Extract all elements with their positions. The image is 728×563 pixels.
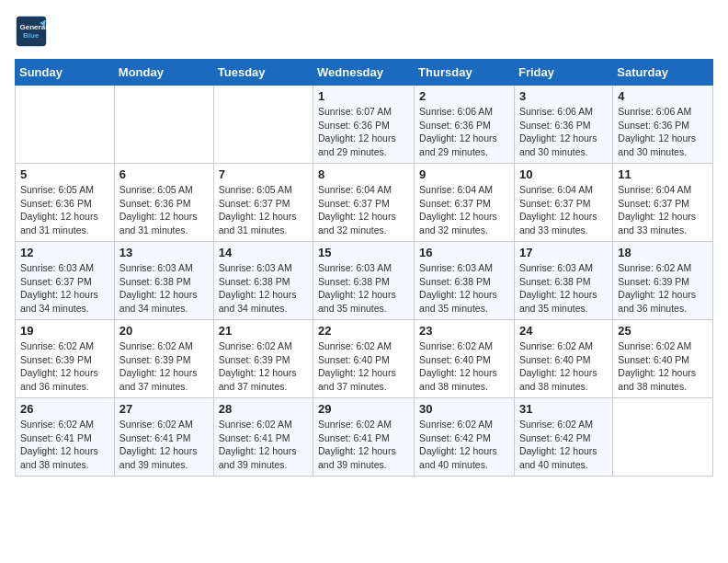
day-detail: Sunrise: 6:02 AM Sunset: 6:39 PM Dayligh… [219, 339, 308, 394]
day-number: 29 [318, 402, 409, 416]
day-detail: Sunrise: 6:02 AM Sunset: 6:39 PM Dayligh… [618, 261, 708, 316]
day-detail: Sunrise: 6:05 AM Sunset: 6:36 PM Dayligh… [119, 183, 209, 237]
day-detail: Sunrise: 6:07 AM Sunset: 6:36 PM Dayligh… [318, 105, 409, 159]
weekday-header: Monday [114, 60, 213, 86]
calendar-day-cell: 3Sunrise: 6:06 AM Sunset: 6:36 PM Daylig… [514, 86, 612, 164]
day-number: 16 [419, 246, 509, 259]
day-detail: Sunrise: 6:04 AM Sunset: 6:37 PM Dayligh… [318, 183, 409, 237]
logo-icon: General Blue [15, 15, 48, 48]
day-detail: Sunrise: 6:03 AM Sunset: 6:38 PM Dayligh… [519, 261, 608, 316]
calendar-day-cell [114, 86, 213, 164]
day-number: 8 [318, 167, 409, 181]
calendar-day-cell: 7Sunrise: 6:05 AM Sunset: 6:37 PM Daylig… [213, 164, 313, 242]
calendar-week-row: 19Sunrise: 6:02 AM Sunset: 6:39 PM Dayli… [16, 320, 713, 398]
weekday-header: Saturday [613, 60, 713, 86]
day-detail: Sunrise: 6:06 AM Sunset: 6:36 PM Dayligh… [419, 105, 509, 159]
day-number: 1 [318, 89, 409, 103]
day-number: 22 [318, 324, 409, 338]
day-number: 7 [219, 167, 308, 181]
calendar-day-cell: 22Sunrise: 6:02 AM Sunset: 6:40 PM Dayli… [313, 320, 415, 398]
day-detail: Sunrise: 6:06 AM Sunset: 6:36 PM Dayligh… [618, 105, 708, 159]
day-number: 6 [119, 167, 209, 181]
day-number: 27 [119, 402, 209, 416]
day-detail: Sunrise: 6:03 AM Sunset: 6:38 PM Dayligh… [318, 261, 409, 316]
calendar-day-cell: 14Sunrise: 6:03 AM Sunset: 6:38 PM Dayli… [213, 242, 313, 320]
day-number: 25 [618, 324, 708, 338]
calendar-day-cell: 12Sunrise: 6:03 AM Sunset: 6:37 PM Dayli… [16, 242, 115, 320]
calendar-week-row: 26Sunrise: 6:02 AM Sunset: 6:41 PM Dayli… [16, 398, 713, 477]
day-number: 9 [419, 167, 509, 181]
calendar-day-cell: 27Sunrise: 6:02 AM Sunset: 6:41 PM Dayli… [114, 398, 213, 477]
day-number: 4 [618, 89, 708, 103]
calendar-day-cell [213, 86, 313, 164]
day-detail: Sunrise: 6:02 AM Sunset: 6:39 PM Dayligh… [119, 339, 209, 394]
calendar-day-cell: 1Sunrise: 6:07 AM Sunset: 6:36 PM Daylig… [313, 86, 415, 164]
calendar-day-cell [613, 398, 713, 477]
weekday-header: Tuesday [213, 60, 313, 86]
day-detail: Sunrise: 6:02 AM Sunset: 6:39 PM Dayligh… [20, 339, 109, 394]
calendar-week-row: 5Sunrise: 6:05 AM Sunset: 6:36 PM Daylig… [16, 164, 713, 242]
calendar-week-row: 12Sunrise: 6:03 AM Sunset: 6:37 PM Dayli… [16, 242, 713, 320]
day-number: 17 [519, 246, 608, 259]
day-number: 12 [20, 246, 109, 259]
page-header: General Blue [15, 15, 713, 48]
calendar-day-cell: 4Sunrise: 6:06 AM Sunset: 6:36 PM Daylig… [613, 86, 713, 164]
day-number: 24 [519, 324, 608, 338]
calendar-table: SundayMondayTuesdayWednesdayThursdayFrid… [15, 59, 713, 477]
calendar-day-cell: 25Sunrise: 6:02 AM Sunset: 6:40 PM Dayli… [613, 320, 713, 398]
calendar-day-cell: 16Sunrise: 6:03 AM Sunset: 6:38 PM Dayli… [415, 242, 515, 320]
day-detail: Sunrise: 6:03 AM Sunset: 6:38 PM Dayligh… [419, 261, 509, 316]
day-number: 3 [519, 89, 608, 103]
day-number: 21 [219, 324, 308, 338]
day-detail: Sunrise: 6:04 AM Sunset: 6:37 PM Dayligh… [618, 183, 708, 237]
calendar-day-cell: 30Sunrise: 6:02 AM Sunset: 6:42 PM Dayli… [415, 398, 515, 477]
day-detail: Sunrise: 6:05 AM Sunset: 6:37 PM Dayligh… [219, 183, 308, 237]
calendar-day-cell: 20Sunrise: 6:02 AM Sunset: 6:39 PM Dayli… [114, 320, 213, 398]
calendar-day-cell: 29Sunrise: 6:02 AM Sunset: 6:41 PM Dayli… [313, 398, 415, 477]
day-number: 18 [618, 246, 708, 259]
day-number: 15 [318, 246, 409, 259]
day-detail: Sunrise: 6:04 AM Sunset: 6:37 PM Dayligh… [519, 183, 608, 237]
day-number: 20 [119, 324, 209, 338]
calendar-day-cell: 8Sunrise: 6:04 AM Sunset: 6:37 PM Daylig… [313, 164, 415, 242]
calendar-day-cell [16, 86, 115, 164]
day-number: 13 [119, 246, 209, 259]
day-number: 10 [519, 167, 608, 181]
calendar-day-cell: 24Sunrise: 6:02 AM Sunset: 6:40 PM Dayli… [514, 320, 612, 398]
day-number: 19 [20, 324, 109, 338]
day-detail: Sunrise: 6:03 AM Sunset: 6:38 PM Dayligh… [219, 261, 308, 316]
day-detail: Sunrise: 6:02 AM Sunset: 6:41 PM Dayligh… [219, 418, 308, 472]
calendar-day-cell: 5Sunrise: 6:05 AM Sunset: 6:36 PM Daylig… [16, 164, 115, 242]
day-detail: Sunrise: 6:03 AM Sunset: 6:38 PM Dayligh… [119, 261, 209, 316]
calendar-day-cell: 6Sunrise: 6:05 AM Sunset: 6:36 PM Daylig… [114, 164, 213, 242]
day-number: 26 [20, 402, 109, 416]
day-number: 11 [618, 167, 708, 181]
weekday-header: Thursday [415, 60, 515, 86]
calendar-day-cell: 18Sunrise: 6:02 AM Sunset: 6:39 PM Dayli… [613, 242, 713, 320]
day-number: 2 [419, 89, 509, 103]
day-number: 28 [219, 402, 308, 416]
calendar-day-cell: 13Sunrise: 6:03 AM Sunset: 6:38 PM Dayli… [114, 242, 213, 320]
day-detail: Sunrise: 6:02 AM Sunset: 6:42 PM Dayligh… [419, 418, 509, 472]
day-detail: Sunrise: 6:03 AM Sunset: 6:37 PM Dayligh… [20, 261, 109, 316]
day-detail: Sunrise: 6:02 AM Sunset: 6:41 PM Dayligh… [119, 418, 209, 472]
calendar-day-cell: 19Sunrise: 6:02 AM Sunset: 6:39 PM Dayli… [16, 320, 115, 398]
weekday-header: Wednesday [313, 60, 415, 86]
logo: General Blue [15, 15, 51, 48]
calendar-week-row: 1Sunrise: 6:07 AM Sunset: 6:36 PM Daylig… [16, 86, 713, 164]
calendar-day-cell: 21Sunrise: 6:02 AM Sunset: 6:39 PM Dayli… [213, 320, 313, 398]
day-number: 5 [20, 167, 109, 181]
day-detail: Sunrise: 6:02 AM Sunset: 6:40 PM Dayligh… [618, 339, 708, 394]
day-detail: Sunrise: 6:05 AM Sunset: 6:36 PM Dayligh… [20, 183, 109, 237]
day-detail: Sunrise: 6:02 AM Sunset: 6:40 PM Dayligh… [419, 339, 509, 394]
calendar-day-cell: 11Sunrise: 6:04 AM Sunset: 6:37 PM Dayli… [613, 164, 713, 242]
day-detail: Sunrise: 6:02 AM Sunset: 6:40 PM Dayligh… [519, 339, 608, 394]
day-detail: Sunrise: 6:06 AM Sunset: 6:36 PM Dayligh… [519, 105, 608, 159]
day-detail: Sunrise: 6:04 AM Sunset: 6:37 PM Dayligh… [419, 183, 509, 237]
svg-text:Blue: Blue [23, 31, 40, 40]
calendar-day-cell: 17Sunrise: 6:03 AM Sunset: 6:38 PM Dayli… [514, 242, 612, 320]
day-number: 14 [219, 246, 308, 259]
day-number: 30 [419, 402, 509, 416]
day-detail: Sunrise: 6:02 AM Sunset: 6:42 PM Dayligh… [519, 418, 608, 472]
weekday-header: Sunday [16, 60, 115, 86]
